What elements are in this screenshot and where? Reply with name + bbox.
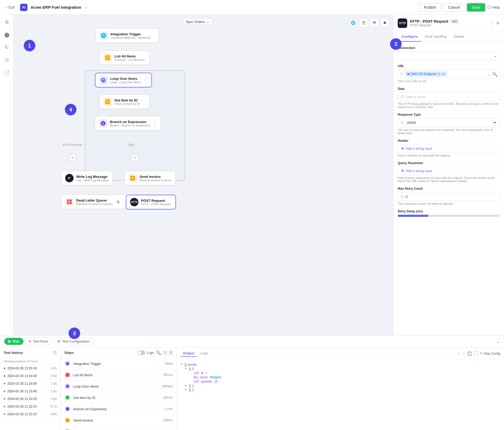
star-icon[interactable]: ☆	[84, 5, 88, 10]
header-add-btn[interactable]: ✚ Add a string input	[398, 144, 500, 153]
dead-letter-delete-icon[interactable]: 🗑	[116, 200, 120, 204]
sidebar-doc-icon[interactable]: 📄	[3, 69, 11, 77]
name-val: Widgets	[210, 375, 221, 379]
url-search-btn[interactable]: 🔍	[492, 72, 497, 77]
output-expand-v-icon[interactable]: ↕	[457, 351, 459, 356]
url-tag-edit[interactable]: ✎	[438, 72, 441, 76]
step-item-5[interactable]: Send Invoice 268ms	[61, 415, 176, 426]
settings2-icon-btn[interactable]: ⚒	[370, 18, 378, 27]
save-button[interactable]: Save	[467, 3, 485, 12]
sidebar-grid-icon[interactable]: ☷	[3, 56, 11, 64]
write-log-title: Write Log Message	[76, 175, 109, 179]
max-retry-value[interactable]	[406, 195, 421, 199]
history-dot-1	[4, 375, 5, 377]
response-type-dropdown[interactable]: JSON Text Binary	[406, 120, 497, 125]
item1-chevron[interactable]: ►	[185, 384, 187, 387]
max-retry-input[interactable]: ☷	[398, 192, 500, 201]
output-fullscreen-icon[interactable]: ⛶	[474, 351, 478, 356]
results-chevron[interactable]: ▼	[180, 363, 183, 366]
run-button[interactable]: ▶ Run	[4, 338, 23, 345]
step-item-6[interactable]: POST Request 277ms	[61, 426, 176, 430]
trigger-node-text: Integration Trigger Universal Webhook - …	[111, 32, 150, 39]
tab-error-handling[interactable]: Error handling	[421, 32, 450, 42]
topbar-right: Publish Cancel Save ⓘ Help	[419, 3, 500, 12]
branch-node[interactable]: Branch on Expression Branch - Branch on …	[95, 116, 161, 130]
sidebar-target-icon[interactable]: ⬤	[3, 31, 11, 39]
url-dropdown-icon[interactable]: ⌄	[487, 72, 491, 77]
step-item-4[interactable]: Branch on Expression < 1ms	[61, 403, 176, 415]
item1-bracket: {}	[189, 384, 191, 388]
step-config-btn[interactable]: ✎ Step Config	[480, 352, 500, 355]
dead-letter-node[interactable]: Dead Letter Queue Add Item to DLQ for su…	[61, 195, 130, 209]
history-item-3[interactable]: 2024-02-26 11:23:40 1.0s	[0, 388, 60, 395]
logs-toggle[interactable]: Logs	[137, 350, 154, 355]
data-input[interactable]: ☷ Data to send	[398, 92, 500, 101]
add-node-error[interactable]: +	[69, 154, 76, 162]
tab-configure[interactable]: Configure	[398, 32, 421, 42]
test-history-filter-icon[interactable]: ☷	[53, 350, 57, 355]
branch-menu-icon[interactable]: ⋮	[153, 121, 157, 126]
sync-orders-dropdown[interactable]: Sync Orders ⌄	[183, 18, 213, 25]
tab-details[interactable]: Details	[450, 32, 468, 42]
item0-chevron[interactable]: ▼	[185, 367, 187, 370]
panel-close-button[interactable]: ✕	[496, 20, 500, 26]
output-copy-icon[interactable]: 📋	[467, 351, 472, 356]
test-config-tab[interactable]: ⚙ Test Configuration	[53, 338, 94, 345]
output-tab-output[interactable]: Output	[180, 350, 197, 357]
write-log-node[interactable]: Write Log Message Log - Write Log Messag…	[61, 171, 113, 185]
name-key: name	[200, 375, 208, 379]
output-expand-h-icon[interactable]: ↔	[461, 351, 465, 356]
list-all-text: List All Items acmeerp - List All Items	[114, 54, 145, 61]
svg-rect-11	[66, 396, 69, 399]
test-runs-tab[interactable]: ↻ Test Runs	[25, 338, 52, 345]
cancel-button[interactable]: Cancel	[443, 3, 465, 12]
history-item-4[interactable]: 2024-02-26 11:23:25 1.0s	[0, 395, 60, 403]
url-tag-remove[interactable]: ✕	[442, 72, 445, 76]
add-node-else[interactable]: +	[131, 154, 139, 162]
url-tag[interactable]: ■ CMS API Endpoint ✎ ✕	[405, 71, 447, 77]
history-time-5: 2024-02-26 11:22:24	[7, 405, 49, 408]
post-request-node[interactable]: HTTP POST Request HTTP - POST Request	[126, 195, 176, 209]
connection-field: Connection ⌄	[398, 46, 500, 60]
steps-search-icon[interactable]: 🔍	[156, 350, 161, 355]
get-item-node[interactable]: Get Item by ID Fetch an Item by ID	[99, 95, 150, 109]
output-tab-logs[interactable]: Logs	[198, 350, 211, 357]
history-item-1[interactable]: 2024-02-26 13:24:40 2.8s	[0, 372, 60, 380]
step-item-1[interactable]: List All Items 397ms	[61, 369, 176, 381]
branch-text: Branch on Expression Branch - Branch on …	[110, 120, 150, 127]
chevron-down-icon: ⌄	[207, 20, 209, 24]
step-item-0[interactable]: Integration Trigger 59ms	[61, 358, 176, 369]
item2-chevron[interactable]: ►	[185, 388, 187, 391]
panel-more-icon[interactable]: ⋮	[489, 20, 494, 26]
url-input-row[interactable]: ☷ ■ CMS API Endpoint ✎ ✕ ⌄ 🔍	[398, 70, 500, 79]
id-val: 1	[205, 371, 207, 375]
sidebar-history-icon[interactable]: ↻	[3, 43, 11, 52]
history-item-5[interactable]: 2024-02-26 11:22:24 0.7s	[0, 403, 60, 411]
history-item-0[interactable]: 2024-02-26 13:25:19 4.2s	[0, 365, 60, 372]
response-type-select[interactable]: ☷ JSON Text Binary	[398, 118, 500, 127]
history-time-4: 2024-02-26 11:23:25	[7, 397, 49, 401]
filter-icon-btn[interactable]: ☰	[359, 18, 368, 27]
steps-list-icon[interactable]: ☰	[169, 350, 173, 355]
step-item-3[interactable]: Get Item by ID 351ms	[61, 392, 176, 403]
query-param-add-btn[interactable]: ✚ Add a string input	[398, 167, 500, 175]
connection-input[interactable]: ⌄	[398, 51, 500, 60]
bottom-collapse-icon[interactable]: ⌄	[496, 339, 500, 344]
sidebar-settings-icon[interactable]: ⚙	[3, 18, 11, 26]
grid-icon-btn[interactable]: ■	[381, 18, 389, 27]
history-item-6[interactable]: 2024-02-26 11:23:15 0.9s	[0, 411, 60, 418]
trigger-node[interactable]: Integration Trigger Universal Webhook - …	[95, 28, 159, 43]
publish-button[interactable]: Publish	[419, 3, 441, 12]
step-item-2[interactable]: Loop Over Items 2963ms	[61, 381, 176, 392]
list-all-node[interactable]: List All Items acmeerp - List All Items	[99, 51, 150, 65]
exit-button[interactable]: ‹ Exit	[4, 4, 17, 11]
send-invoice-text: Send Invoice Send an invoice to Acme	[140, 175, 171, 182]
help-button[interactable]: ⓘ Help	[487, 5, 500, 10]
steps-filter-icon[interactable]: ☷	[163, 350, 167, 355]
history-item-2[interactable]: 2024-02-26 11:24:08 1.0s	[0, 380, 60, 388]
send-invoice-node[interactable]: Send Invoice Send an invoice to Acme	[124, 171, 175, 185]
main-area: ⚙ ⬤ ↻ ☷ 📄 Sync Orders ⌄ 🌐 ☰ ⚒ ■ 1 4	[0, 15, 504, 335]
toggle-switch[interactable]	[137, 350, 145, 355]
globe-icon-btn[interactable]: 🌐	[349, 18, 357, 27]
retry-delay-slider[interactable]	[398, 215, 500, 217]
